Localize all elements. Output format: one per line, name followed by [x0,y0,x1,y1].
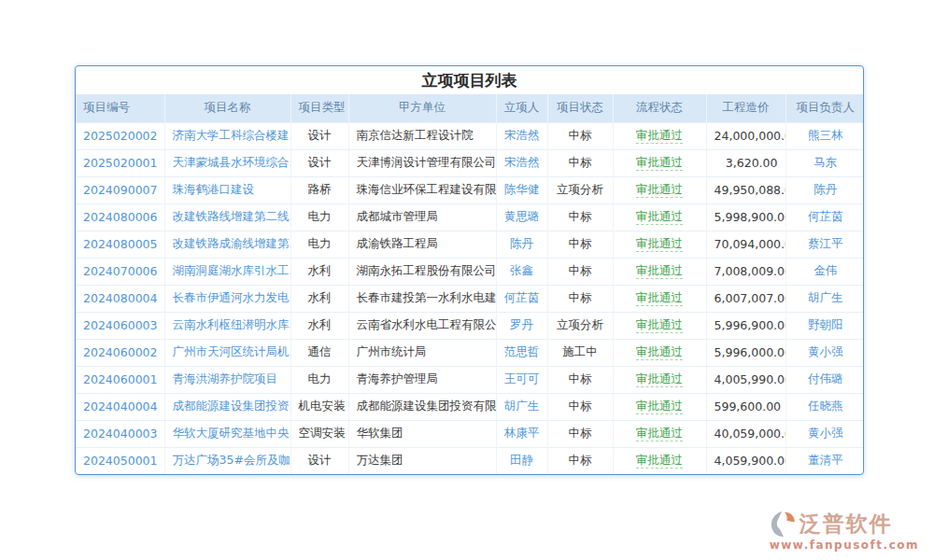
project-name-link[interactable]: 改建铁路线增建第二线... [173,209,291,223]
project-name-link[interactable]: 万达广场35#会所及咖... [173,453,291,467]
cell-flow-status: 审批通过 [613,366,706,393]
cell-project-status: 中标 [547,285,613,312]
flow-status-link[interactable]: 审批通过 [636,263,683,279]
flow-status-link[interactable]: 审批通过 [636,128,683,144]
flow-status-link[interactable]: 审批通过 [636,290,683,306]
cell-project-manager: 付伟璐 [785,366,864,393]
brand-url: www.fanpusoft.com [770,539,919,552]
cell-flow-status: 审批通过 [613,393,706,420]
cell-project-status: 中标 [547,393,613,420]
manager-link[interactable]: 董清平 [808,453,843,467]
initiator-link[interactable]: 张鑫 [510,263,533,277]
flow-status-link[interactable]: 审批通过 [636,182,683,198]
manager-link[interactable]: 马东 [814,155,837,169]
manager-link[interactable]: 蔡江平 [808,236,843,250]
cell-project-cost: 6,007,007.00 [706,285,785,312]
cell-client-unit: 成都能源建设集团投资有限... [348,393,496,420]
cell-project-cost: 5,996,000.00 [706,339,785,366]
fanpu-logo-icon [770,510,798,538]
flow-status-link[interactable]: 审批通过 [636,371,683,387]
cell-project-cost: 4,005,990.00 [706,366,785,393]
column-header-name: 项目名称 [164,94,290,122]
manager-link[interactable]: 野朝阳 [808,317,843,331]
initiator-link[interactable]: 田静 [510,453,533,467]
project-code-link[interactable]: 2024080006 [83,210,158,224]
project-code-link[interactable]: 2025020002 [83,129,158,143]
initiator-link[interactable]: 陈华健 [504,182,540,196]
column-header-type: 项目类型 [290,94,348,122]
flow-status-link[interactable]: 审批通过 [636,236,683,252]
manager-link[interactable]: 金伟 [814,263,837,277]
project-name-link[interactable]: 湖南洞庭湖水库引水工... [173,263,291,277]
column-header-code: 项目编号 [76,94,164,122]
cell-initiator: 罗丹 [496,312,547,339]
project-code-link[interactable]: 2024070006 [83,264,158,278]
flow-status-link[interactable]: 审批通过 [636,399,683,414]
cell-flow-status: 审批通过 [613,122,706,149]
project-name-link[interactable]: 云南水利枢纽潜明水库... [173,317,291,331]
project-code-link[interactable]: 2024080004 [83,291,158,305]
flow-status-link[interactable]: 审批通过 [636,317,683,333]
initiator-link[interactable]: 宋浩然 [504,128,540,142]
project-name-link[interactable]: 广州市天河区统计局机... [173,344,291,358]
flow-status-link[interactable]: 审批通过 [636,426,683,441]
project-name-link[interactable]: 华软大厦研究基地中央... [173,426,291,440]
flow-status-link[interactable]: 审批通过 [636,209,683,225]
cell-initiator: 胡广生 [496,393,547,420]
flow-status-link[interactable]: 审批通过 [636,155,683,171]
manager-link[interactable]: 陈丹 [814,182,837,196]
initiator-link[interactable]: 陈丹 [510,236,533,250]
cell-flow-status: 审批通过 [613,447,706,474]
table-row: 2025020001 天津蒙城县水环境综合... 设计 天津博润设计管理有限公司… [76,149,864,176]
initiator-link[interactable]: 何芷茵 [504,290,540,304]
project-code-link[interactable]: 2024050001 [83,454,158,468]
manager-link[interactable]: 黄小强 [808,426,843,440]
manager-link[interactable]: 任晓燕 [808,399,843,413]
initiator-link[interactable]: 林康平 [504,426,540,440]
page-title: 立项项目列表 [76,66,863,94]
manager-link[interactable]: 熊三林 [808,128,843,142]
project-name-link[interactable]: 改建铁路成渝线增建第... [173,236,291,250]
initiator-link[interactable]: 胡广生 [504,399,540,413]
initiator-link[interactable]: 黄思璐 [504,209,540,223]
manager-link[interactable]: 何芷茵 [808,209,843,223]
cell-project-manager: 黄小强 [785,339,864,366]
cell-project-type: 通信 [290,339,348,366]
project-name-link[interactable]: 成都能源建设集团投资... [173,399,291,413]
table-row: 2024060001 青海洪湖养护院项目 电力 青海养护管理局 王可可 中标 审… [76,366,864,393]
project-code-link[interactable]: 2024090007 [83,183,158,197]
project-name-link[interactable]: 天津蒙城县水环境综合... [173,155,291,169]
cell-project-name: 天津蒙城县水环境综合... [164,149,290,176]
project-code-link[interactable]: 2024060002 [83,345,158,359]
table-row: 2024040003 华软大厦研究基地中央... 空调安装 华软集团 林康平 中… [76,420,864,447]
cell-client-unit: 万达集团 [348,447,496,474]
cell-project-type: 路桥 [290,176,348,203]
project-code-link[interactable]: 2024060003 [83,318,158,332]
cell-project-cost: 4,059,900.00 [706,447,785,474]
project-name-link[interactable]: 珠海鹤港口建设 [173,182,255,196]
manager-link[interactable]: 付伟璐 [808,371,843,385]
initiator-link[interactable]: 范思哲 [504,344,540,358]
cell-project-status: 中标 [547,122,613,149]
project-code-link[interactable]: 2024080005 [83,237,158,251]
cell-project-manager: 董清平 [785,447,864,474]
project-name-link[interactable]: 青海洪湖养护院项目 [173,371,278,385]
flow-status-link[interactable]: 审批通过 [636,344,683,360]
table-row: 2024050001 万达广场35#会所及咖... 设计 万达集团 田静 中标 … [76,447,864,474]
table-row: 2024070006 湖南洞庭湖水库引水工... 水利 湖南永拓工程股份有限公司… [76,258,864,285]
project-code-link[interactable]: 2024060001 [83,372,158,386]
manager-link[interactable]: 黄小强 [808,344,843,358]
project-name-link[interactable]: 长春市伊通河水力发电... [173,290,291,304]
project-code-link[interactable]: 2024040004 [83,399,158,413]
cell-flow-status: 审批通过 [613,312,706,339]
cell-initiator: 陈华健 [496,176,547,203]
initiator-link[interactable]: 宋浩然 [504,155,540,169]
project-name-link[interactable]: 济南大学工科综合楼建... [173,128,291,142]
project-code-link[interactable]: 2025020001 [83,156,158,170]
manager-link[interactable]: 胡广生 [808,290,843,304]
initiator-link[interactable]: 罗丹 [510,317,533,331]
flow-status-link[interactable]: 审批通过 [636,453,683,469]
cell-project-manager: 金伟 [785,258,864,285]
initiator-link[interactable]: 王可可 [504,371,540,385]
project-code-link[interactable]: 2024040003 [83,427,158,441]
